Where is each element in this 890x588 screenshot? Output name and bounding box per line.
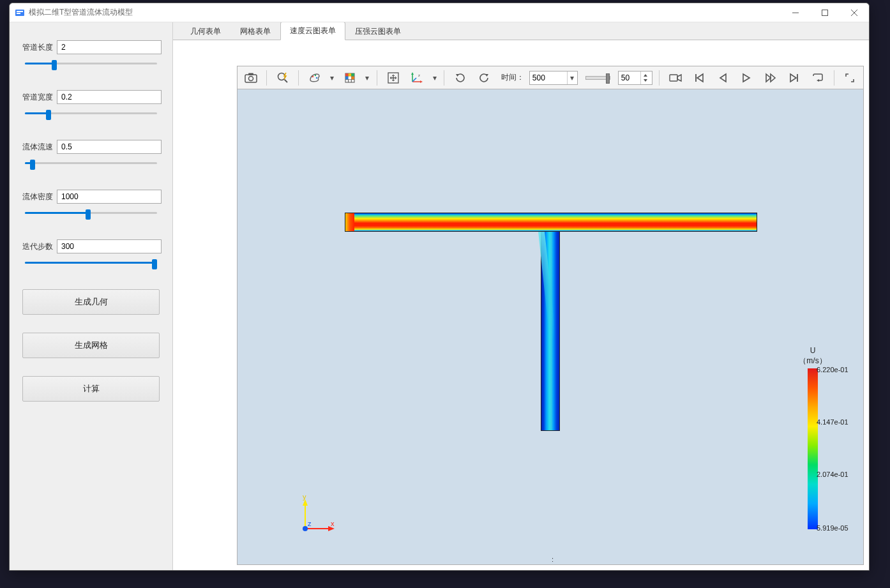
minimize-button[interactable]: [781, 3, 810, 22]
svg-marker-30: [420, 80, 423, 83]
pipe-length-input[interactable]: [57, 40, 162, 54]
tab-pressure-contour[interactable]: 压强云图表单: [345, 22, 411, 40]
svg-rect-23: [345, 76, 349, 79]
svg-text:z: z: [418, 73, 420, 77]
skip-last-icon[interactable]: [785, 69, 803, 87]
stepper-icon[interactable]: [640, 72, 651, 84]
tick-1: 2.074e-01: [817, 471, 849, 478]
svg-rect-24: [349, 76, 352, 79]
flow-speed-slider[interactable]: [25, 159, 157, 167]
tab-strip: 几何表单 网格表单 速度云图表单 压强云图表单: [173, 22, 869, 40]
tab-velocity-contour[interactable]: 速度云图表单: [280, 22, 345, 40]
tab-mesh[interactable]: 网格表单: [230, 22, 280, 40]
density-slider[interactable]: [25, 209, 157, 216]
stride-combo[interactable]: [618, 71, 653, 85]
param-label: 管道宽度: [22, 92, 53, 103]
axis-triad: y x z: [295, 494, 340, 539]
record-icon[interactable]: [666, 69, 684, 87]
tick-min: 5.919e-05: [817, 524, 849, 532]
play-icon[interactable]: [737, 69, 756, 87]
viewer-toolbar: ▾ ▾ z ▾: [238, 66, 863, 89]
svg-marker-47: [817, 79, 819, 82]
svg-marker-43: [766, 74, 771, 82]
svg-marker-38: [677, 75, 681, 81]
param-label: 迭代步数: [22, 241, 53, 252]
tick-2: 4.147e-01: [817, 418, 849, 426]
density-input[interactable]: [57, 190, 162, 204]
param-density: 流体密度: [22, 190, 160, 216]
svg-point-13: [315, 74, 316, 75]
viewer-canvas[interactable]: y x z U （m/s）: [238, 89, 863, 564]
time-input[interactable]: [530, 73, 567, 82]
iterations-input[interactable]: [57, 239, 162, 253]
tick-max: 6.220e-01: [817, 366, 849, 373]
svg-rect-1: [17, 11, 23, 12]
legend-unit: （m/s）: [799, 356, 826, 365]
tab-content: ▾ ▾ z ▾: [173, 40, 869, 570]
generate-mesh-button[interactable]: 生成网格: [22, 333, 160, 358]
window-controls: [781, 3, 869, 22]
cube-dropdown-icon[interactable]: ▾: [365, 73, 371, 82]
axis-orientation-icon[interactable]: z: [407, 69, 426, 87]
brush-palette-icon[interactable]: [305, 69, 324, 87]
pipe-width-input[interactable]: [57, 90, 162, 104]
param-label: 流体密度: [22, 192, 53, 202]
param-pipe-length: 管道长度: [22, 40, 160, 67]
svg-marker-34: [485, 74, 488, 77]
close-button[interactable]: [840, 3, 869, 22]
svg-text:x: x: [331, 520, 335, 527]
fit-view-icon[interactable]: [384, 69, 402, 87]
svg-rect-37: [670, 75, 677, 81]
color-bar: 6.220e-01 4.147e-01 2.074e-01 5.919e-05: [808, 368, 818, 529]
titlebar: 模拟二维T型管道流体流动模型: [10, 3, 869, 22]
svg-line-31: [412, 78, 416, 82]
viewer: ▾ ▾ z ▾: [237, 66, 864, 565]
svg-text:y: y: [303, 494, 306, 501]
time-combo[interactable]: ▾: [529, 71, 578, 85]
step-forward-icon[interactable]: [761, 69, 780, 87]
tab-geometry[interactable]: 几何表单: [181, 22, 230, 40]
svg-rect-4: [822, 10, 828, 15]
time-label: 时间：: [501, 72, 524, 83]
param-pipe-width: 管道宽度: [22, 90, 160, 117]
chevron-down-icon[interactable]: ▾: [567, 72, 577, 84]
flow-speed-input[interactable]: [57, 140, 162, 154]
param-flow-speed: 流体流速: [22, 140, 160, 167]
color-ticks: 6.220e-01 4.147e-01 2.074e-01 5.919e-05: [817, 368, 855, 529]
svg-point-14: [316, 77, 317, 78]
svg-point-8: [248, 76, 253, 80]
magnify-lightning-icon[interactable]: [273, 69, 292, 87]
legend-title: U: [810, 346, 816, 355]
svg-marker-42: [743, 74, 750, 82]
brush-dropdown-icon[interactable]: ▾: [329, 73, 336, 82]
rotate-ccw-icon[interactable]: [475, 69, 494, 87]
stride-input[interactable]: [619, 73, 640, 82]
svg-text:z: z: [308, 520, 312, 527]
svg-line-11: [284, 79, 287, 82]
app-window: 模拟二维T型管道流体流动模型 管道长度: [9, 3, 870, 571]
skip-first-icon[interactable]: [690, 69, 708, 87]
loop-icon[interactable]: [809, 69, 827, 87]
rubiks-cube-icon[interactable]: [340, 69, 359, 87]
svg-point-12: [312, 75, 313, 77]
main-area: 几何表单 网格表单 速度云图表单 压强云图表单: [173, 22, 869, 570]
compute-button[interactable]: 计算: [22, 376, 160, 402]
pipe-width-slider[interactable]: [25, 109, 157, 117]
svg-marker-40: [697, 74, 703, 82]
svg-marker-45: [790, 74, 796, 82]
time-mini-slider[interactable]: [585, 76, 610, 80]
pipe-length-slider[interactable]: [25, 59, 157, 67]
app-icon: [15, 8, 25, 18]
svg-marker-36: [644, 79, 647, 82]
axis-dropdown-icon[interactable]: ▾: [432, 73, 438, 82]
generate-geometry-button[interactable]: 生成几何: [22, 289, 160, 315]
expand-icon[interactable]: [841, 69, 859, 87]
svg-rect-2: [17, 13, 20, 14]
svg-marker-33: [456, 74, 459, 77]
screenshot-icon[interactable]: [241, 69, 260, 87]
rotate-cw-icon[interactable]: [451, 69, 469, 87]
maximize-button[interactable]: [810, 3, 840, 22]
color-scale: U （m/s） 6.220e-01 4.147e-01 2.074e-01 5.…: [784, 346, 841, 529]
step-back-icon[interactable]: [714, 69, 732, 87]
iterations-slider[interactable]: [25, 259, 157, 266]
